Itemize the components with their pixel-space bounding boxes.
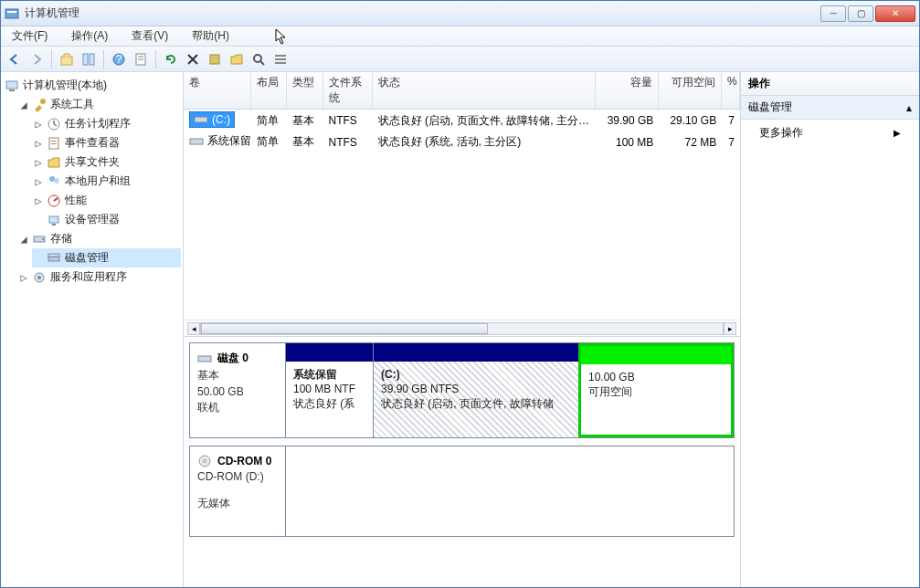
volume-row[interactable]: 系统保留 简单 基本 NTFS 状态良好 (系统, 活动, 主分区) 100 M… bbox=[184, 131, 740, 153]
scroll-track[interactable] bbox=[200, 322, 724, 335]
expand-icon[interactable]: ▷ bbox=[34, 156, 43, 169]
maximize-button[interactable]: ▢ bbox=[848, 5, 873, 22]
svg-point-11 bbox=[254, 55, 261, 62]
properties-button[interactable] bbox=[131, 49, 151, 69]
cdrom-partitions bbox=[286, 446, 734, 536]
show-hide-console-button[interactable] bbox=[79, 49, 99, 69]
expand-icon[interactable]: ▷ bbox=[34, 118, 43, 131]
partition-bar bbox=[286, 343, 373, 362]
menu-file[interactable]: 文件(F) bbox=[6, 26, 53, 46]
cursor-icon bbox=[275, 28, 288, 45]
cdrom-row[interactable]: CD-ROM 0 CD-ROM (D:) 无媒体 bbox=[189, 446, 735, 537]
back-button[interactable] bbox=[5, 49, 25, 69]
partition-name: 系统保留 bbox=[293, 367, 365, 382]
tree-services-apps[interactable]: ▷ 服务和应用程序 bbox=[17, 268, 181, 287]
column-status[interactable]: 状态 bbox=[373, 72, 597, 109]
folder-icon[interactable] bbox=[227, 49, 247, 69]
disk-icon bbox=[47, 251, 61, 266]
settings-icon[interactable] bbox=[205, 49, 225, 69]
column-type[interactable]: 类型 bbox=[287, 72, 323, 109]
toolbar-separator bbox=[155, 50, 156, 68]
tree-local-users-label: 本地用户和组 bbox=[65, 173, 131, 189]
volume-capacity: 39.90 GB bbox=[597, 112, 660, 129]
menu-view[interactable]: 查看(V) bbox=[126, 26, 174, 46]
svg-rect-36 bbox=[198, 356, 211, 362]
list-icon[interactable] bbox=[270, 49, 291, 69]
svg-point-33 bbox=[37, 276, 41, 279]
partition-system-reserved[interactable]: 系统保留 100 MB NTF 状态良好 (系 bbox=[286, 343, 373, 437]
expand-icon[interactable]: ▷ bbox=[19, 271, 28, 284]
cdrom-state: 无媒体 bbox=[197, 496, 278, 511]
partition-c[interactable]: (C:) 39.90 GB NTFS 状态良好 (启动, 页面文件, 故障转储 bbox=[373, 343, 578, 437]
actions-more[interactable]: 更多操作 ▶ bbox=[741, 120, 919, 146]
minimize-button[interactable]: ─ bbox=[820, 5, 846, 22]
title-bar: 计算机管理 ─ ▢ ✕ bbox=[1, 1, 919, 26]
svg-rect-16 bbox=[6, 81, 17, 89]
column-layout[interactable]: 布局 bbox=[251, 72, 287, 109]
collapse-icon[interactable]: ◢ bbox=[19, 99, 28, 111]
volume-rows: (C:) 简单 基本 NTFS 状态良好 (启动, 页面文件, 故障转储, 主分… bbox=[184, 110, 740, 320]
partitions: 系统保留 100 MB NTF 状态良好 (系 (C:) 39.90 GB NT… bbox=[286, 343, 734, 437]
expand-icon[interactable]: ▷ bbox=[34, 194, 43, 207]
collapse-icon[interactable]: ◢ bbox=[19, 233, 28, 246]
tree-event-viewer[interactable]: ▷事件查看器 bbox=[32, 133, 181, 152]
tree-disk-management[interactable]: 磁盘管理 bbox=[32, 248, 181, 268]
actions-section-label: 磁盘管理 bbox=[748, 100, 792, 115]
tree-device-manager[interactable]: 设备管理器 bbox=[32, 210, 181, 229]
column-capacity[interactable]: 容量 bbox=[596, 72, 659, 109]
menu-action[interactable]: 操作(A) bbox=[66, 26, 113, 46]
disk-size: 50.00 GB bbox=[197, 385, 278, 398]
refresh-button[interactable] bbox=[161, 49, 181, 69]
svg-rect-13 bbox=[275, 55, 286, 57]
app-icon bbox=[5, 6, 19, 21]
svg-rect-3 bbox=[83, 54, 88, 65]
expand-icon[interactable]: ▷ bbox=[34, 137, 43, 150]
forward-button[interactable] bbox=[26, 49, 47, 69]
volume-name: 系统保留 bbox=[207, 133, 251, 149]
disk-icon bbox=[197, 352, 212, 366]
tree-storage[interactable]: ◢ 存储 bbox=[17, 229, 181, 248]
expand-icon[interactable]: ▷ bbox=[34, 175, 43, 188]
scroll-right-icon[interactable]: ▸ bbox=[724, 322, 736, 335]
actions-section[interactable]: 磁盘管理 ▴ bbox=[741, 96, 919, 120]
partition-size: 100 MB NTF bbox=[293, 382, 365, 396]
tree-local-users[interactable]: ▷本地用户和组 bbox=[32, 172, 181, 191]
tree-performance[interactable]: ▷性能 bbox=[32, 191, 181, 210]
svg-rect-31 bbox=[48, 254, 59, 257]
window-root: 计算机管理 ─ ▢ ✕ 文件(F) 操作(A) 查看(V) 帮助(H) ? bbox=[0, 0, 920, 588]
volume-type: 基本 bbox=[287, 132, 323, 152]
column-filesystem[interactable]: 文件系统 bbox=[323, 72, 373, 109]
drive-icon bbox=[189, 134, 204, 149]
partition-name: (C:) bbox=[381, 367, 571, 382]
delete-button[interactable] bbox=[183, 49, 203, 69]
svg-rect-30 bbox=[48, 257, 59, 261]
svg-rect-34 bbox=[195, 117, 207, 122]
scroll-left-icon[interactable]: ◂ bbox=[187, 322, 200, 335]
svg-rect-2 bbox=[61, 57, 72, 65]
scroll-thumb[interactable] bbox=[201, 323, 488, 334]
partition-bar bbox=[374, 343, 578, 362]
tree-shared-folders[interactable]: ▷共享文件夹 bbox=[32, 152, 181, 172]
column-pct[interactable]: % bbox=[722, 72, 740, 109]
toolbar: ? bbox=[1, 47, 919, 72]
disk-row[interactable]: 磁盘 0 基本 50.00 GB 联机 系统保留 100 MB NTF 状态良好… bbox=[189, 342, 735, 438]
tree-task-scheduler[interactable]: ▷任务计划程序 bbox=[32, 114, 181, 133]
tree-system-tools-label: 系统工具 bbox=[50, 97, 94, 112]
help-button[interactable]: ? bbox=[109, 49, 129, 69]
svg-point-18 bbox=[40, 99, 46, 104]
search-icon[interactable] bbox=[249, 49, 269, 69]
svg-rect-15 bbox=[275, 62, 286, 64]
close-button[interactable]: ✕ bbox=[875, 5, 915, 22]
disk-info: 磁盘 0 基本 50.00 GB 联机 bbox=[190, 343, 286, 437]
column-volume[interactable]: 卷 bbox=[184, 72, 251, 109]
volume-row[interactable]: (C:) 简单 基本 NTFS 状态良好 (启动, 页面文件, 故障转储, 主分… bbox=[184, 110, 740, 131]
partition-free[interactable]: 10.00 GB 可用空间 bbox=[578, 343, 734, 437]
tree-system-tools[interactable]: ◢ 系统工具 bbox=[17, 95, 181, 114]
column-free[interactable]: 可用空间 bbox=[659, 72, 722, 109]
volume-status: 状态良好 (启动, 页面文件, 故障转储, 主分区) bbox=[373, 111, 597, 131]
up-button[interactable] bbox=[57, 49, 77, 69]
menu-help[interactable]: 帮助(H) bbox=[186, 26, 235, 46]
partition-size: 10.00 GB bbox=[588, 370, 724, 384]
horizontal-scrollbar[interactable]: ◂ ▸ bbox=[184, 320, 740, 336]
tree-root[interactable]: 计算机管理(本地) bbox=[3, 76, 181, 95]
